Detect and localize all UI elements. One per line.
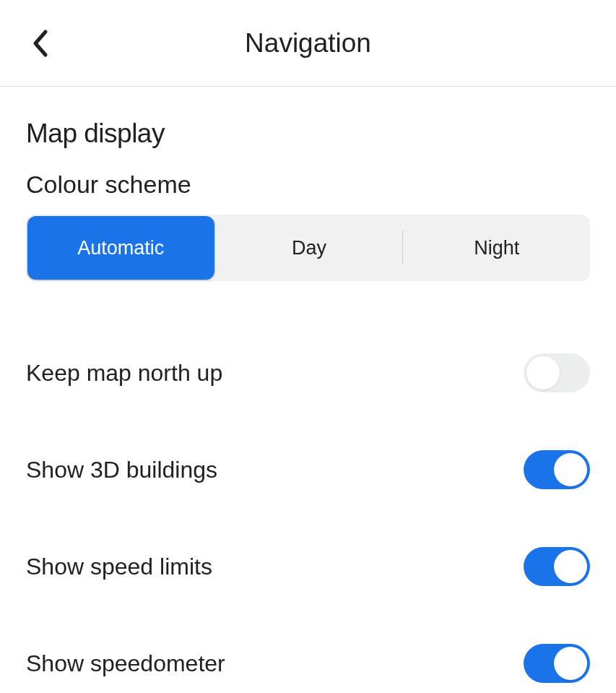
page-title: Navigation <box>0 28 616 59</box>
row-show-speed-limits: Show speed limits <box>26 518 590 615</box>
section-title-map-display: Map display <box>26 119 590 149</box>
segment-day[interactable]: Day <box>216 215 403 281</box>
back-button[interactable] <box>22 25 58 61</box>
label-show-speedometer: Show speedometer <box>26 650 225 677</box>
settings-content: Map display Colour scheme Automatic Day … <box>0 87 616 693</box>
toggle-knob <box>554 453 587 486</box>
label-show-3d-buildings: Show 3D buildings <box>26 457 217 483</box>
toggle-knob <box>526 356 560 389</box>
label-show-speed-limits: Show speed limits <box>26 554 212 580</box>
colour-scheme-segmented: Automatic Day Night <box>26 215 590 281</box>
row-show-speedometer: Show speedometer <box>26 615 590 693</box>
toggle-show-speed-limits[interactable] <box>524 547 590 586</box>
toggle-keep-north-up[interactable] <box>524 353 590 392</box>
toggle-knob <box>554 647 587 680</box>
row-keep-north-up: Keep map north up <box>26 324 590 421</box>
segment-automatic[interactable]: Automatic <box>27 216 214 280</box>
app-header: Navigation <box>0 0 616 87</box>
segment-night[interactable]: Night <box>403 215 590 281</box>
toggle-knob <box>554 550 587 583</box>
row-show-3d-buildings: Show 3D buildings <box>26 421 590 518</box>
toggle-show-speedometer[interactable] <box>524 644 590 683</box>
toggle-show-3d-buildings[interactable] <box>524 450 590 489</box>
colour-scheme-label: Colour scheme <box>26 171 590 199</box>
label-keep-north-up: Keep map north up <box>26 360 222 387</box>
chevron-left-icon <box>31 29 48 58</box>
